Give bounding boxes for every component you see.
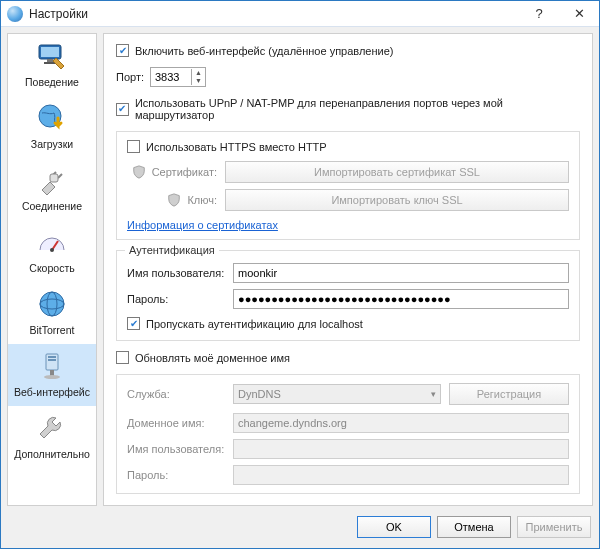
sidebar-item-label: Веб-интерфейс — [14, 386, 90, 398]
sidebar-item-advanced[interactable]: Дополнительно — [8, 406, 96, 468]
import-key-button: Импортировать ключ SSL — [225, 189, 569, 211]
cert-label: Сертификат: — [152, 166, 217, 178]
cert-info-link[interactable]: Информация о сертификатах — [127, 219, 569, 231]
dyn-username-label: Имя пользователя: — [127, 443, 225, 455]
dialog-footer: OK Отмена Применить — [7, 512, 593, 542]
upnp-label: Использовать UPnP / NAT-PMP для перенапр… — [135, 97, 580, 121]
content-panel: Включить веб-интерфейс (удалённое управл… — [103, 33, 593, 506]
svg-point-7 — [40, 292, 64, 316]
app-icon — [7, 6, 23, 22]
apply-button[interactable]: Применить — [517, 516, 591, 538]
gauge-icon — [36, 226, 68, 258]
register-button: Регистрация — [449, 383, 569, 405]
port-label: Порт: — [116, 71, 144, 83]
settings-window: Настройки ? ✕ Поведение Загрузки — [0, 0, 600, 549]
username-label: Имя пользователя: — [127, 267, 225, 279]
auth-legend: Аутентификация — [125, 244, 219, 256]
upnp-checkbox[interactable] — [116, 103, 129, 116]
chevron-down-icon: ▾ — [431, 389, 436, 399]
service-value: DynDNS — [238, 388, 281, 400]
svg-rect-12 — [48, 359, 56, 361]
password-input[interactable] — [233, 289, 569, 309]
svg-rect-2 — [47, 59, 53, 62]
svg-point-14 — [44, 375, 60, 379]
service-label: Служба: — [127, 388, 225, 400]
shield-icon — [132, 165, 146, 179]
titlebar: Настройки ? ✕ — [1, 1, 599, 27]
spin-up-icon[interactable]: ▲ — [192, 69, 205, 77]
username-input[interactable] — [233, 263, 569, 283]
help-button[interactable]: ? — [519, 1, 559, 26]
port-spinner[interactable]: ▲▼ — [150, 67, 206, 87]
sidebar-item-bittorrent[interactable]: BitTorrent — [8, 282, 96, 344]
domain-label: Доменное имя: — [127, 417, 225, 429]
dyndns-enable-label: Обновлять моё доменное имя — [135, 352, 290, 364]
sidebar: Поведение Загрузки Соединение — [7, 33, 97, 506]
enable-webui-checkbox[interactable] — [116, 44, 129, 57]
window-title: Настройки — [29, 7, 519, 21]
shield-icon — [167, 193, 181, 207]
password-label: Пароль: — [127, 293, 225, 305]
sidebar-item-label: Соединение — [22, 200, 82, 212]
sidebar-item-label: Дополнительно — [14, 448, 90, 460]
port-input[interactable] — [151, 68, 191, 86]
https-checkbox[interactable] — [127, 140, 140, 153]
svg-rect-11 — [48, 356, 56, 358]
server-icon — [36, 350, 68, 382]
domain-input — [233, 413, 569, 433]
dyn-password-label: Пароль: — [127, 469, 225, 481]
spin-down-icon[interactable]: ▼ — [192, 77, 205, 85]
auth-fieldset: Аутентификация Имя пользователя: Пароль:… — [116, 250, 580, 341]
bypass-localhost-label: Пропускать аутентификацию для localhost — [146, 318, 363, 330]
import-cert-button: Импортировать сертификат SSL — [225, 161, 569, 183]
plug-icon — [36, 164, 68, 196]
sidebar-item-label: Скорость — [29, 262, 74, 274]
wrench-icon — [36, 412, 68, 444]
cancel-button[interactable]: Отмена — [437, 516, 511, 538]
sidebar-item-connection[interactable]: Соединение — [8, 158, 96, 220]
svg-rect-5 — [50, 174, 58, 182]
dyn-username-input — [233, 439, 569, 459]
key-label: Ключ: — [187, 194, 217, 206]
globe-download-icon — [36, 102, 68, 134]
dyndns-group: Служба: DynDNS ▾ Регистрация Доменное им… — [116, 374, 580, 494]
ok-button[interactable]: OK — [357, 516, 431, 538]
sidebar-item-label: Загрузки — [31, 138, 73, 150]
dyn-password-input — [233, 465, 569, 485]
dyndns-enable-checkbox[interactable] — [116, 351, 129, 364]
enable-webui-label: Включить веб-интерфейс (удалённое управл… — [135, 45, 393, 57]
https-label: Использовать HTTPS вместо HTTP — [146, 141, 327, 153]
sidebar-item-speed[interactable]: Скорость — [8, 220, 96, 282]
sidebar-item-label: BitTorrent — [30, 324, 75, 336]
service-select: DynDNS ▾ — [233, 384, 441, 404]
monitor-wrench-icon — [36, 40, 68, 72]
https-group: Использовать HTTPS вместо HTTP Сертифика… — [116, 131, 580, 240]
sidebar-item-downloads[interactable]: Загрузки — [8, 96, 96, 158]
close-button[interactable]: ✕ — [559, 1, 599, 26]
svg-point-6 — [50, 248, 54, 252]
globe-icon — [36, 288, 68, 320]
sidebar-item-behavior[interactable]: Поведение — [8, 34, 96, 96]
sidebar-item-webui[interactable]: Веб-интерфейс — [8, 344, 96, 406]
bypass-localhost-checkbox[interactable] — [127, 317, 140, 330]
sidebar-item-label: Поведение — [25, 76, 79, 88]
svg-rect-1 — [41, 47, 59, 57]
